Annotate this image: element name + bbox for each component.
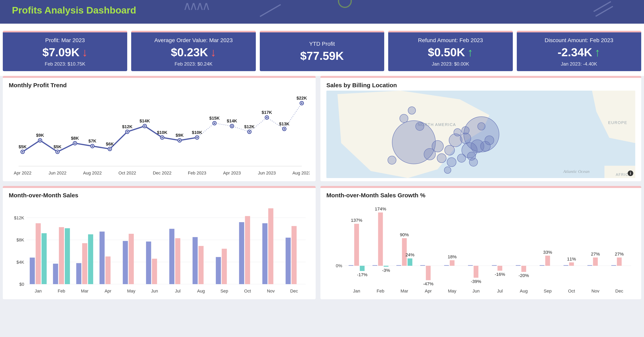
svg-rect-111: [354, 224, 359, 266]
map-bubble[interactable]: [484, 136, 494, 145]
svg-rect-116: [372, 265, 377, 266]
panel-mom-growth: Month-over-Month Sales Growth % 0%137%-1…: [320, 186, 641, 299]
info-icon[interactable]: i: [628, 170, 633, 176]
svg-point-35: [162, 137, 163, 138]
svg-point-20: [74, 142, 76, 144]
svg-rect-73: [53, 264, 58, 284]
svg-text:Jul: Jul: [497, 288, 503, 294]
svg-rect-79: [88, 234, 93, 284]
svg-rect-123: [402, 238, 407, 266]
svg-rect-122: [396, 265, 401, 266]
svg-point-29: [126, 131, 128, 132]
svg-text:Dec: Dec: [615, 288, 623, 294]
map-bubble[interactable]: [457, 154, 466, 162]
svg-point-14: [39, 140, 41, 141]
mom-growth-bar-chart[interactable]: 0%137%-17%Jan174%-3%Feb90%24%Mar-47%Apr1…: [326, 201, 635, 296]
svg-rect-161: [617, 258, 622, 266]
kpi-aov[interactable]: Average Order Value: Mar 2023 $0.23K ↓ F…: [131, 31, 256, 71]
svg-text:$14K: $14K: [227, 118, 237, 124]
page-title: Profits Analysis Dashboard: [12, 5, 632, 16]
svg-rect-128: [420, 265, 425, 266]
kpi-value: $0.23K ↓: [171, 46, 216, 59]
svg-text:$22K: $22K: [296, 96, 307, 100]
svg-rect-136: [468, 265, 473, 266]
kpi-sub: Jan 2023: -4.40K: [519, 61, 639, 67]
svg-rect-132: [444, 265, 449, 266]
svg-text:Nov: Nov: [267, 288, 275, 294]
arrow-up-icon: ↑: [594, 46, 600, 59]
map-bubble[interactable]: [462, 126, 470, 134]
svg-rect-103: [268, 208, 274, 284]
map-bubble[interactable]: [469, 158, 478, 166]
svg-rect-81: [100, 232, 105, 284]
svg-text:$12K: $12K: [122, 124, 132, 129]
svg-rect-106: [292, 226, 297, 284]
map-bubble[interactable]: [388, 156, 396, 164]
monthly-profit-line-chart[interactable]: Apr 2022Jun 2022Aug 2022Oct 2022Dec 2022…: [9, 90, 310, 178]
svg-point-44: [214, 122, 215, 124]
arrow-up-icon: ↑: [467, 46, 473, 59]
svg-text:-39%: -39%: [471, 279, 481, 284]
svg-rect-141: [498, 266, 502, 271]
kpi-ytd-profit[interactable]: YTD Profit $77.59K: [260, 31, 384, 71]
kpi-title: Discount Amount: Feb 2023: [519, 37, 639, 44]
map-bubble[interactable]: [424, 148, 436, 160]
kpi-profit[interactable]: Profit: Mar 2023 $7.09K ↓ Feb 2023: $10.…: [3, 31, 127, 71]
map-bubble[interactable]: [478, 122, 486, 130]
kpi-sub: Feb 2023: $10.75K: [5, 61, 125, 67]
kpi-value-text: $7.09K: [42, 46, 80, 59]
svg-rect-149: [545, 256, 550, 266]
row-charts-1: Monthly Profit Trend Apr 2022Jun 2022Aug…: [0, 76, 644, 186]
svg-text:$15K: $15K: [209, 116, 220, 120]
svg-text:$17K: $17K: [262, 110, 272, 115]
map-bubble[interactable]: [408, 106, 416, 114]
map-bubble[interactable]: [447, 157, 456, 167]
svg-text:Mar: Mar: [400, 288, 408, 294]
svg-rect-69: [30, 258, 35, 284]
svg-text:Dec 2022: Dec 2022: [153, 170, 172, 176]
svg-point-56: [284, 128, 285, 130]
mom-sales-bar-chart[interactable]: $0$4K$8K$12KJanFebMarAprMayJunJulAugSepO…: [9, 201, 310, 296]
panel-monthly-profit-trend: Monthly Profit Trend Apr 2022Jun 2022Aug…: [3, 76, 316, 181]
svg-text:May: May: [127, 288, 135, 294]
svg-point-53: [266, 117, 268, 118]
sales-map[interactable]: NORTH AMERICA EUROPE Atlantic Ocean AFRI…: [326, 90, 635, 178]
svg-text:-47%: -47%: [423, 281, 433, 286]
svg-rect-99: [239, 222, 244, 284]
kpi-refund[interactable]: Refund Amount: Feb 2023 $0.50K ↑ Jan 202…: [388, 31, 512, 71]
kpi-title: YTD Profit: [262, 41, 382, 47]
map-bubble[interactable]: [454, 128, 462, 136]
svg-text:Aug 2023: Aug 2023: [292, 170, 310, 176]
svg-text:Jan: Jan: [353, 288, 360, 294]
svg-rect-96: [216, 257, 221, 284]
map-bubble[interactable]: [437, 154, 446, 163]
svg-text:-3%: -3%: [382, 268, 390, 273]
map-bubble[interactable]: [416, 122, 424, 131]
svg-text:18%: 18%: [448, 254, 456, 259]
map-label-ao: Atlantic Ocean: [563, 169, 590, 174]
svg-text:Jul: Jul: [175, 288, 180, 294]
svg-rect-117: [378, 212, 383, 266]
svg-text:Feb 2023: Feb 2023: [188, 170, 206, 176]
svg-text:Aug: Aug: [520, 288, 528, 294]
svg-rect-125: [408, 258, 412, 266]
svg-point-23: [92, 145, 93, 147]
svg-text:$5K: $5K: [54, 144, 62, 149]
svg-text:Jun: Jun: [151, 288, 158, 294]
map-bubble[interactable]: [444, 145, 455, 156]
svg-rect-91: [175, 238, 180, 284]
svg-text:Feb: Feb: [377, 288, 384, 294]
svg-rect-70: [36, 223, 41, 284]
svg-text:-16%: -16%: [495, 272, 505, 277]
kpi-value: -2.34K ↑: [558, 46, 600, 59]
svg-rect-74: [59, 227, 64, 284]
svg-rect-78: [82, 243, 87, 284]
map-bubble[interactable]: [444, 166, 451, 174]
row-charts-2: Month-over-Month Sales $0$4K$8K$12KJanFe…: [0, 186, 644, 304]
svg-rect-119: [384, 266, 388, 267]
svg-text:Aug: Aug: [197, 288, 205, 294]
kpi-discount[interactable]: Discount Amount: Feb 2023 -2.34K ↑ Jan 2…: [517, 31, 641, 71]
panel-title: Sales by Billing Location: [326, 82, 635, 88]
map-bubble[interactable]: [400, 114, 408, 123]
svg-rect-77: [76, 263, 82, 284]
